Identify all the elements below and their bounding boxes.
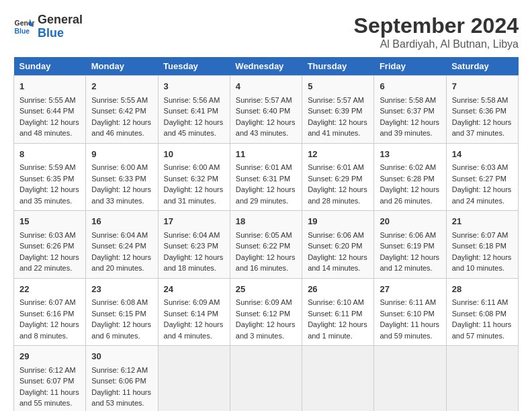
day-number: 19: [308, 215, 368, 228]
calendar-week-4: 22Sunrise: 6:07 AMSunset: 6:16 PMDayligh…: [14, 278, 519, 346]
day-cell-5: 5Sunrise: 5:57 AMSunset: 6:39 PMDaylight…: [302, 76, 374, 144]
logo: General Blue General Blue: [13, 13, 83, 40]
day-cell-18: 18Sunrise: 6:05 AMSunset: 6:22 PMDayligh…: [230, 211, 302, 279]
header-day-tuesday: Tuesday: [158, 57, 230, 76]
sunset-text: Sunset: 6:33 PM: [91, 173, 152, 185]
daylight-text: Daylight: 12 hours and 26 minutes.: [380, 184, 440, 206]
daylight-text: Daylight: 12 hours and 46 minutes.: [91, 117, 152, 139]
calendar-week-3: 15Sunrise: 6:03 AMSunset: 6:26 PMDayligh…: [14, 211, 519, 279]
sunrise-text: Sunrise: 6:08 AM: [91, 297, 152, 308]
sunset-text: Sunset: 6:20 PM: [308, 240, 368, 252]
header-day-thursday: Thursday: [302, 57, 374, 76]
sunset-text: Sunset: 6:16 PM: [19, 308, 80, 320]
day-number: 2: [91, 80, 152, 93]
day-cell-9: 9Sunrise: 6:00 AMSunset: 6:33 PMDaylight…: [86, 143, 158, 211]
sunrise-text: Sunrise: 6:01 AM: [308, 162, 368, 173]
day-cell-13: 13Sunrise: 6:02 AMSunset: 6:28 PMDayligh…: [374, 143, 446, 211]
header-day-monday: Monday: [86, 57, 158, 76]
day-number: 3: [164, 80, 224, 93]
sunset-text: Sunset: 6:12 PM: [236, 308, 296, 320]
month-title: September 2024: [354, 13, 519, 38]
sunset-text: Sunset: 6:23 PM: [164, 240, 224, 252]
day-number: 10: [164, 148, 224, 161]
svg-text:Blue: Blue: [15, 27, 30, 34]
sunrise-text: Sunrise: 6:12 AM: [19, 365, 80, 376]
daylight-text: Daylight: 12 hours and 24 minutes.: [452, 184, 513, 206]
sunrise-text: Sunrise: 5:55 AM: [91, 95, 152, 106]
daylight-text: Daylight: 12 hours and 39 minutes.: [380, 117, 440, 139]
sunrise-text: Sunrise: 5:57 AM: [308, 95, 368, 106]
day-cell-8: 8Sunrise: 5:59 AMSunset: 6:35 PMDaylight…: [14, 143, 86, 211]
sunrise-text: Sunrise: 5:55 AM: [19, 95, 80, 106]
day-cell-22: 22Sunrise: 6:07 AMSunset: 6:16 PMDayligh…: [14, 278, 86, 346]
daylight-text: Daylight: 11 hours and 55 minutes.: [19, 387, 80, 409]
daylight-text: Daylight: 12 hours and 29 minutes.: [236, 184, 296, 206]
daylight-text: Daylight: 12 hours and 14 minutes.: [308, 252, 368, 274]
sunset-text: Sunset: 6:31 PM: [236, 173, 296, 185]
daylight-text: Daylight: 12 hours and 33 minutes.: [91, 184, 152, 206]
day-number: 5: [308, 80, 368, 93]
day-number: 12: [308, 148, 368, 161]
day-number: 17: [164, 215, 224, 228]
daylight-text: Daylight: 12 hours and 4 minutes.: [164, 319, 224, 341]
sunrise-text: Sunrise: 6:06 AM: [380, 230, 440, 241]
sunset-text: Sunset: 6:27 PM: [452, 173, 513, 185]
day-number: 11: [236, 148, 296, 161]
daylight-text: Daylight: 12 hours and 6 minutes.: [91, 319, 152, 341]
sunset-text: Sunset: 6:24 PM: [91, 240, 152, 252]
sunset-text: Sunset: 6:42 PM: [91, 105, 152, 117]
sunset-text: Sunset: 6:36 PM: [452, 105, 513, 117]
day-cell-24: 24Sunrise: 6:09 AMSunset: 6:14 PMDayligh…: [158, 278, 230, 346]
sunrise-text: Sunrise: 5:58 AM: [380, 95, 440, 106]
calendar-table: SundayMondayTuesdayWednesdayThursdayFrid…: [13, 57, 519, 411]
day-number: 15: [19, 215, 80, 228]
daylight-text: Daylight: 12 hours and 16 minutes.: [236, 252, 296, 274]
daylight-text: Daylight: 12 hours and 18 minutes.: [164, 252, 224, 274]
header-day-sunday: Sunday: [14, 57, 86, 76]
day-number: 18: [236, 215, 296, 228]
daylight-text: Daylight: 12 hours and 20 minutes.: [91, 252, 152, 274]
empty-cell: [374, 346, 446, 412]
logo-text: General Blue: [38, 13, 83, 40]
sunrise-text: Sunrise: 6:11 AM: [452, 297, 513, 308]
sunrise-text: Sunrise: 5:57 AM: [236, 95, 296, 106]
sunset-text: Sunset: 6:32 PM: [164, 173, 224, 185]
day-cell-20: 20Sunrise: 6:06 AMSunset: 6:19 PMDayligh…: [374, 211, 446, 279]
calendar-week-5: 29Sunrise: 6:12 AMSunset: 6:07 PMDayligh…: [14, 346, 519, 412]
day-number: 26: [308, 283, 368, 296]
daylight-text: Daylight: 11 hours and 53 minutes.: [91, 387, 152, 409]
title-block: September 2024 Al Bardiyah, Al Butnan, L…: [354, 13, 519, 50]
page-header: General Blue General Blue September 2024…: [13, 13, 519, 50]
sunset-text: Sunset: 6:39 PM: [308, 105, 368, 117]
sunrise-text: Sunrise: 6:07 AM: [452, 230, 513, 241]
daylight-text: Daylight: 12 hours and 28 minutes.: [308, 184, 368, 206]
daylight-text: Daylight: 12 hours and 37 minutes.: [452, 117, 513, 139]
day-number: 27: [380, 283, 440, 296]
sunset-text: Sunset: 6:06 PM: [91, 375, 152, 387]
daylight-text: Daylight: 12 hours and 35 minutes.: [19, 184, 80, 206]
sunrise-text: Sunrise: 5:58 AM: [452, 95, 513, 106]
day-cell-26: 26Sunrise: 6:10 AMSunset: 6:11 PMDayligh…: [302, 278, 374, 346]
sunset-text: Sunset: 6:19 PM: [380, 240, 440, 252]
sunset-text: Sunset: 6:28 PM: [380, 173, 440, 185]
sunrise-text: Sunrise: 6:05 AM: [236, 230, 296, 241]
sunset-text: Sunset: 6:11 PM: [308, 308, 368, 320]
daylight-text: Daylight: 12 hours and 3 minutes.: [236, 319, 296, 341]
day-number: 30: [91, 350, 152, 363]
sunrise-text: Sunrise: 6:09 AM: [236, 297, 296, 308]
day-number: 28: [452, 283, 513, 296]
sunrise-text: Sunrise: 6:00 AM: [164, 162, 224, 173]
header-day-friday: Friday: [374, 57, 446, 76]
day-number: 9: [91, 148, 152, 161]
sunrise-text: Sunrise: 6:02 AM: [380, 162, 440, 173]
header-day-saturday: Saturday: [446, 57, 518, 76]
sunset-text: Sunset: 6:26 PM: [19, 240, 80, 252]
day-number: 4: [236, 80, 296, 93]
sunrise-text: Sunrise: 6:00 AM: [91, 162, 152, 173]
sunset-text: Sunset: 6:14 PM: [164, 308, 224, 320]
day-cell-11: 11Sunrise: 6:01 AMSunset: 6:31 PMDayligh…: [230, 143, 302, 211]
daylight-text: Daylight: 12 hours and 45 minutes.: [164, 117, 224, 139]
sunrise-text: Sunrise: 6:04 AM: [164, 230, 224, 241]
day-cell-6: 6Sunrise: 5:58 AMSunset: 6:37 PMDaylight…: [374, 76, 446, 144]
sunrise-text: Sunrise: 6:04 AM: [91, 230, 152, 241]
